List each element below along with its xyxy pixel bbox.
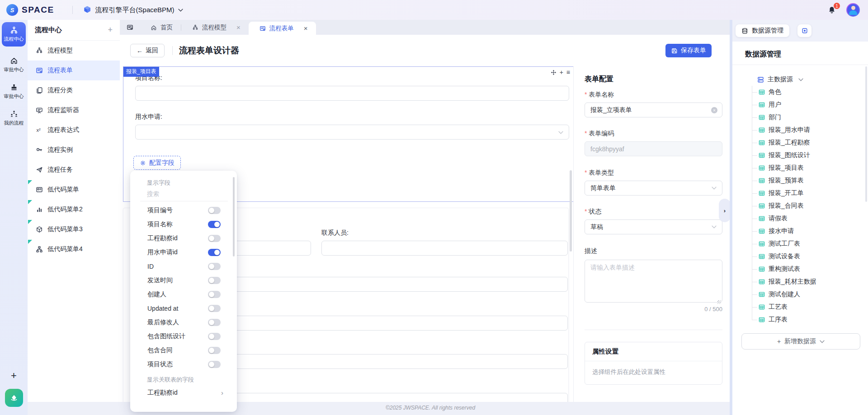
collapse-panel-button[interactable]: › bbox=[719, 199, 731, 222]
datasource-table-item[interactable]: 角色 bbox=[732, 86, 864, 98]
stamp-icon bbox=[10, 83, 18, 91]
designer-shortcut-button[interactable] bbox=[5, 389, 23, 407]
configure-fields-button[interactable]: 配置字段 bbox=[133, 156, 181, 170]
toggle-switch[interactable] bbox=[208, 249, 221, 256]
rail-label: 我的流程 bbox=[4, 120, 24, 126]
rail-item-process-center[interactable]: 流程中心 bbox=[2, 22, 26, 47]
water-apply-select[interactable] bbox=[135, 125, 569, 140]
sidebar-item-flow-model[interactable]: 流程模型 bbox=[28, 41, 120, 61]
rail-item-approval-center-1[interactable]: 审批中心 bbox=[4, 56, 24, 73]
contact-input[interactable] bbox=[321, 241, 568, 256]
component-panel-button[interactable] bbox=[797, 24, 811, 37]
datasource-table-item[interactable]: 接水申请 bbox=[732, 225, 864, 238]
sidebar-item-lowcode-3[interactable]: 低代码菜单3 bbox=[28, 219, 120, 239]
sidebar-item-flow-task[interactable]: 流程任务 bbox=[28, 160, 120, 180]
datasource-table-item[interactable]: 测试设备表 bbox=[732, 250, 864, 263]
chevron-down-icon[interactable] bbox=[178, 9, 183, 12]
home-icon bbox=[151, 24, 157, 31]
form-status-select[interactable]: 草稿 bbox=[585, 219, 722, 234]
form-type-select[interactable]: 简单表单 bbox=[585, 181, 722, 196]
toggle-switch[interactable] bbox=[208, 319, 221, 326]
datasource-table-item[interactable]: 报装_预算表 bbox=[732, 174, 864, 187]
flow-task-icon bbox=[36, 166, 43, 173]
sidebar-item-lowcode-4[interactable]: 低代码菜单4 bbox=[28, 239, 120, 259]
datasource-table-item[interactable]: 报装_合同表 bbox=[732, 200, 864, 212]
sidebar-item-flow-instance[interactable]: 流程实例 bbox=[28, 140, 120, 160]
page-title: 流程表单设计器 bbox=[179, 45, 239, 56]
add-datasource-button[interactable]: + 新增数据源 bbox=[741, 333, 860, 350]
datasource-table-item[interactable]: 测试创建人 bbox=[732, 288, 864, 301]
datasource-table-item[interactable]: 报装_项目表 bbox=[732, 162, 864, 174]
toggle-switch[interactable] bbox=[208, 235, 221, 242]
desc-counter: 0 / 500 bbox=[585, 306, 722, 312]
datasource-table-item[interactable]: 报装_图纸设计 bbox=[732, 149, 864, 162]
toggle-switch[interactable] bbox=[208, 263, 221, 270]
resize-handle-icon[interactable] bbox=[717, 300, 721, 304]
sidebar-item-flow-listener[interactable]: 流程监听器 bbox=[28, 100, 120, 120]
datasource-table-item[interactable]: 重构测试表 bbox=[732, 263, 864, 275]
datasource-table-item[interactable]: 请假表 bbox=[732, 212, 864, 225]
toggle-switch[interactable] bbox=[208, 277, 221, 284]
related-field-item[interactable]: 工程勘察id › bbox=[130, 386, 237, 400]
move-icon[interactable] bbox=[551, 70, 557, 75]
datasource-table-item[interactable]: 测试工厂表 bbox=[732, 238, 864, 250]
gear-icon bbox=[140, 160, 146, 166]
sidebar-item-lowcode-2[interactable]: 低代码菜单2 bbox=[28, 200, 120, 219]
datasource-tree: 主数据源 角色 用户 部门 报装_用水申请 bbox=[732, 73, 864, 326]
sidebar-item-flow-form[interactable]: 流程表单 bbox=[28, 61, 120, 80]
app-cube-icon bbox=[83, 5, 92, 14]
save-form-button[interactable]: 保存表单 bbox=[665, 44, 712, 57]
datasource-table-item[interactable]: 工序表 bbox=[732, 313, 864, 326]
datasource-table-item[interactable]: 报装_开工单 bbox=[732, 187, 864, 200]
field-search-input[interactable] bbox=[130, 188, 221, 201]
tab-flow-form[interactable]: 流程表单 × bbox=[249, 22, 316, 35]
tab-home[interactable]: 首页 bbox=[140, 20, 181, 35]
datasource-table-label: 部门 bbox=[769, 113, 781, 121]
datasource-toggle-button[interactable]: 数据源管理 bbox=[736, 24, 789, 37]
dropdown-scrollbar[interactable] bbox=[233, 177, 235, 256]
datasource-table-item[interactable]: 报装_耗材主数据 bbox=[732, 275, 864, 288]
app-switcher[interactable]: 流程引擎平台(SpaceBPM) bbox=[95, 6, 175, 14]
sidebar-item-flow-category[interactable]: 流程分类 bbox=[28, 80, 120, 100]
chevron-down-icon bbox=[798, 78, 803, 81]
toggle-switch[interactable] bbox=[208, 361, 221, 368]
rail-item-approval-center-2[interactable]: 审批中心 bbox=[4, 83, 24, 100]
toggle-switch[interactable] bbox=[208, 347, 221, 354]
rail-item-my-processes[interactable]: 我的流程 bbox=[4, 110, 24, 126]
datasource-table-item[interactable]: 用户 bbox=[732, 98, 864, 111]
close-icon[interactable]: × bbox=[304, 24, 308, 32]
tab-flow-model[interactable]: 流程模型 × bbox=[181, 20, 249, 35]
table-icon bbox=[759, 177, 765, 184]
datasource-table-label: 报装_开工单 bbox=[769, 189, 804, 197]
toggle-switch[interactable] bbox=[208, 305, 221, 312]
clear-icon[interactable]: × bbox=[711, 107, 717, 113]
datasource-root-item[interactable]: 主数据源 bbox=[732, 73, 864, 86]
toggle-switch[interactable] bbox=[208, 207, 221, 214]
notifications-button[interactable]: 1 bbox=[827, 5, 836, 14]
sidebar-add-icon[interactable]: + bbox=[108, 25, 113, 35]
form-name-input[interactable] bbox=[585, 103, 722, 117]
datasource-table-item[interactable]: 报装_工程勘察 bbox=[732, 136, 864, 149]
rail-add-button[interactable]: + bbox=[11, 370, 17, 382]
dropdown-header: 显示字段 bbox=[130, 177, 237, 188]
toggle-switch[interactable] bbox=[208, 221, 221, 228]
add-field-icon[interactable]: + bbox=[560, 69, 563, 75]
toggle-switch[interactable] bbox=[208, 291, 221, 298]
sidebar-item-flow-expression[interactable]: x² 流程表达式 bbox=[28, 120, 120, 140]
canvas-scrollbar[interactable] bbox=[570, 170, 572, 252]
form-desc-textarea[interactable] bbox=[585, 260, 722, 303]
menu-icon[interactable]: ≡ bbox=[566, 69, 570, 75]
avatar[interactable] bbox=[846, 3, 860, 17]
datasource-table-item[interactable]: 报装_用水申请 bbox=[732, 124, 864, 136]
datasource-scrollbar[interactable] bbox=[865, 66, 867, 202]
sidebar-item-lowcode-1[interactable]: 低代码菜单 bbox=[28, 180, 120, 200]
sidebar-item-label: 流程监听器 bbox=[47, 106, 79, 114]
back-button[interactable]: ← 返回 bbox=[130, 44, 165, 57]
datasource-table-item[interactable]: 部门 bbox=[732, 111, 864, 124]
back-label: 返回 bbox=[146, 47, 158, 55]
tab-list-icon[interactable] bbox=[127, 24, 133, 31]
datasource-table-item[interactable]: 工艺表 bbox=[732, 301, 864, 313]
project-name-input[interactable] bbox=[135, 86, 569, 101]
toggle-switch[interactable] bbox=[208, 333, 221, 340]
close-icon[interactable]: × bbox=[236, 23, 241, 31]
